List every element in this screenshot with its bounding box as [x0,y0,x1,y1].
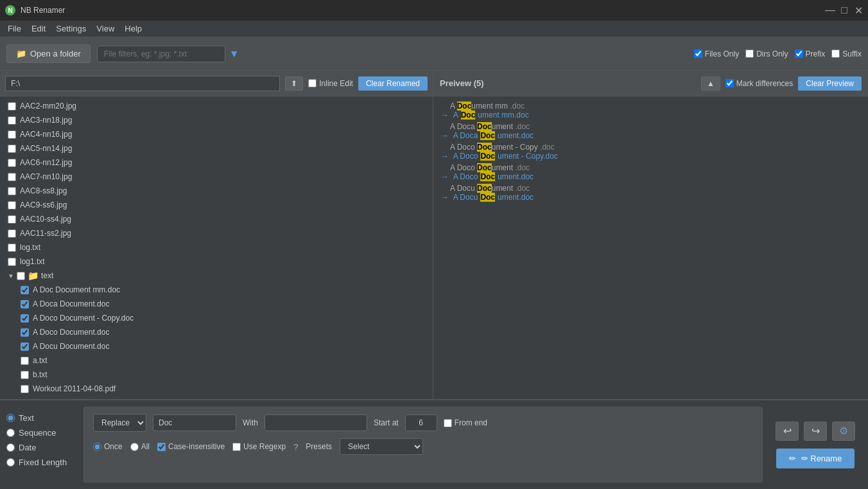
file-checkbox[interactable] [8,130,16,139]
file-checkbox[interactable] [8,173,16,181]
filter-arrow-icon[interactable]: ▼ [229,48,239,60]
path-input[interactable] [5,76,280,91]
list-item[interactable]: AAC7-nn10.jpg [0,170,433,184]
list-item[interactable]: AAC6-nn12.jpg [0,156,433,170]
list-item[interactable]: AAC9-ss6.jpg [0,198,433,212]
menu-help[interactable]: Help [119,22,147,35]
redo-button[interactable]: ↪ [804,422,827,441]
mode-fixed-length-option[interactable]: Fixed Length [6,458,77,467]
file-checkbox[interactable] [8,215,16,224]
list-item[interactable]: A Doca Document.doc [0,297,433,311]
mode-fixed-length-radio[interactable] [6,458,15,467]
file-checkbox[interactable] [8,244,16,252]
preview-scroll-up-button[interactable]: ▲ [701,76,720,91]
list-item[interactable]: AAC4-nn16.jpg [0,127,433,141]
case-insensitive-checkbox[interactable] [157,443,166,451]
mode-text-option[interactable]: Text [6,413,77,423]
find-input[interactable] [153,414,236,431]
dirs-only-option[interactable]: Dirs Only [745,49,788,58]
file-list[interactable]: AAC2-mm20.jpg AAC3-nn18.jpg AAC4-nn16.jp… [0,96,433,399]
mode-sequence-radio[interactable] [6,429,15,437]
file-checkbox[interactable] [8,229,16,238]
regexp-help-icon[interactable]: ? [293,442,298,452]
all-radio[interactable] [130,443,139,451]
list-item[interactable]: Workout 2011-04-08.pdf [0,382,433,396]
menu-edit[interactable]: Edit [26,22,51,35]
case-insensitive-option[interactable]: Case-insensitive [157,442,225,451]
minimize-button[interactable]: — [826,6,835,15]
file-checkbox[interactable] [21,314,29,323]
from-end-option[interactable]: From end [444,418,487,427]
suffix-checkbox[interactable] [831,49,840,58]
file-checkbox[interactable] [21,286,29,294]
file-filter-input[interactable] [97,46,225,62]
folder-checkbox[interactable] [17,272,25,280]
file-checkbox[interactable] [8,201,16,209]
list-item[interactable]: a.txt [0,353,433,368]
file-checkbox[interactable] [21,328,29,337]
list-item[interactable]: AAC11-ss2.jpg [0,226,433,240]
replace-select[interactable]: Replace Insert Delete Trim [93,414,146,432]
file-checkbox[interactable] [21,300,29,308]
open-folder-button[interactable]: 📁 Open a folder [6,44,91,63]
undo-button[interactable]: ↩ [776,422,799,441]
once-option[interactable]: Once [93,442,123,451]
file-checkbox[interactable] [8,145,16,153]
list-item[interactable]: A Doco Document - Copy.doc [0,311,433,325]
clear-renamed-button[interactable]: Clear Renamed [358,76,428,91]
use-regexp-option[interactable]: Use Regexp [232,442,286,451]
list-item[interactable]: log1.txt [0,254,433,269]
file-checkbox[interactable] [21,371,29,379]
maximize-button[interactable]: □ [840,6,849,15]
menu-file[interactable]: File [3,22,26,35]
file-checkbox[interactable] [8,116,16,125]
from-end-checkbox[interactable] [444,419,452,427]
suffix-option[interactable]: Suffix [831,49,862,58]
presets-select[interactable]: Select [340,438,423,455]
file-checkbox[interactable] [8,258,16,266]
folder-row[interactable]: ▼ 📁 text [0,269,433,283]
file-checkbox[interactable] [21,357,29,365]
navigate-up-button[interactable]: ⬆ [285,76,303,91]
list-item[interactable]: AAC2-mm20.jpg [0,99,433,113]
mark-differences-option[interactable]: Mark differences [725,79,793,88]
list-item[interactable]: A Doco Document.doc [0,325,433,339]
mark-differences-checkbox[interactable] [725,79,734,87]
file-checkbox[interactable] [21,385,29,393]
use-regexp-checkbox[interactable] [232,443,241,451]
menu-settings[interactable]: Settings [51,22,91,35]
file-checkbox[interactable] [8,159,16,167]
list-item[interactable]: A Doc Document mm.doc [0,283,433,297]
mode-text-label: Text [19,413,34,423]
file-checkbox[interactable] [8,187,16,195]
rename-button[interactable]: ✏ ✏ Rename [776,449,855,468]
menu-view[interactable]: View [91,22,119,35]
mode-sequence-option[interactable]: Sequence [6,428,77,438]
file-checkbox[interactable] [8,102,16,111]
settings-button[interactable]: ⚙ [832,422,855,441]
prefix-option[interactable]: Prefix [795,49,826,58]
files-only-checkbox[interactable] [694,49,702,58]
file-checkbox[interactable] [21,342,29,351]
mode-text-radio[interactable] [6,414,15,422]
clear-preview-button[interactable]: Clear Preview [798,76,862,91]
list-item[interactable]: A Docu Document.doc [0,339,433,353]
all-option[interactable]: All [130,442,150,451]
inline-edit-checkbox[interactable] [308,79,317,87]
inline-edit-option[interactable]: Inline Edit [308,79,353,88]
list-item[interactable]: AAC5-nn14.jpg [0,141,433,156]
list-item[interactable]: AAC8-ss8.jpg [0,184,433,198]
list-item[interactable]: log.txt [0,240,433,254]
mode-date-option[interactable]: Date [6,443,77,452]
list-item[interactable]: b.txt [0,368,433,382]
list-item[interactable]: AAC10-ss4.jpg [0,212,433,226]
prefix-checkbox[interactable] [795,49,803,58]
with-input[interactable] [265,414,367,431]
list-item[interactable]: AAC3-nn18.jpg [0,113,433,127]
files-only-option[interactable]: Files Only [694,49,739,58]
dirs-only-checkbox[interactable] [745,49,754,58]
close-button[interactable]: ✕ [854,6,863,15]
mode-date-radio[interactable] [6,443,15,452]
once-radio[interactable] [93,443,101,451]
start-at-input[interactable] [405,414,437,431]
